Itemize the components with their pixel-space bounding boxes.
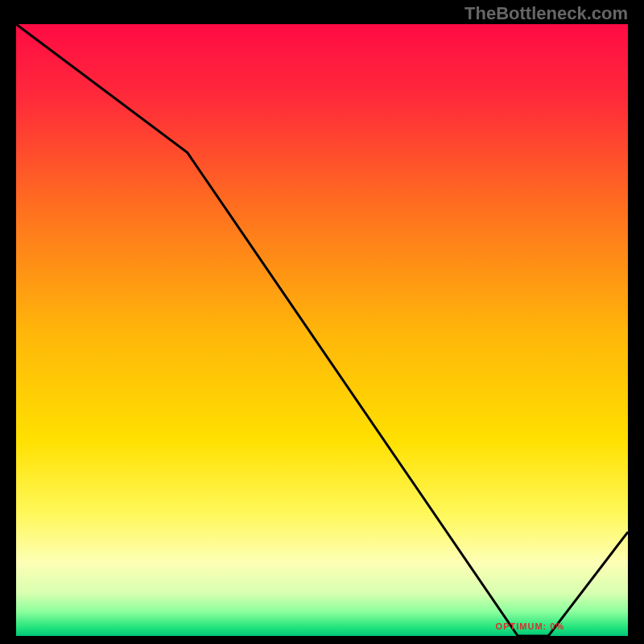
attribution-text: TheBottleneck.com bbox=[464, 3, 628, 24]
bottleneck-chart: OPTIMUM: 0% bbox=[16, 24, 628, 636]
optimum-label: OPTIMUM: 0% bbox=[496, 621, 565, 631]
chart-background bbox=[16, 24, 628, 636]
